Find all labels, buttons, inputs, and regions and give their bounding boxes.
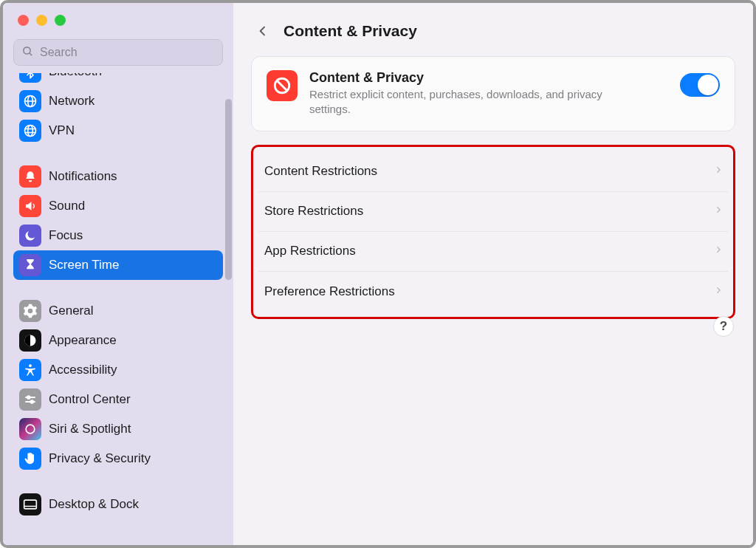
sidebar-item-label: Privacy & Security — [49, 451, 151, 466]
sidebar-item-vpn[interactable]: VPN — [13, 116, 223, 145]
search-container — [3, 26, 233, 73]
chevron-right-icon — [715, 244, 722, 258]
close-window-button[interactable] — [18, 15, 29, 26]
speaker-icon — [19, 195, 41, 217]
restrictions-list: Content Restrictions Store Restrictions … — [258, 152, 728, 312]
row-label: Preference Restrictions — [264, 284, 715, 299]
sidebar-item-label: General — [49, 304, 93, 318]
sidebar-item-label: Control Center — [49, 392, 131, 407]
accessibility-icon — [19, 359, 41, 381]
row-store-restrictions[interactable]: Store Restrictions — [258, 192, 728, 232]
sidebar-item-control-center[interactable]: Control Center — [13, 385, 223, 414]
sidebar-item-network[interactable]: Network — [13, 86, 223, 116]
sidebar-item-label: Bluetooth — [49, 73, 102, 79]
sidebar-item-label: Notifications — [49, 169, 117, 184]
svg-point-10 — [29, 364, 32, 367]
hourglass-icon — [19, 254, 41, 276]
content-privacy-summary-card: Content & Privacy Restrict explicit cont… — [251, 56, 735, 131]
bluetooth-icon — [19, 73, 41, 83]
sidebar-item-accessibility[interactable]: Accessibility — [13, 355, 223, 385]
search-input[interactable] — [40, 46, 215, 59]
settings-window: Bluetooth Network VPN — [0, 0, 756, 548]
main-pane: Content & Privacy Content & Privacy Rest… — [233, 3, 753, 545]
sidebar-item-label: Screen Time — [49, 258, 119, 273]
row-label: Content Restrictions — [264, 164, 715, 179]
chevron-right-icon — [715, 204, 722, 219]
restrictions-highlight-box: Content Restrictions Store Restrictions … — [251, 145, 735, 319]
svg-line-1 — [30, 52, 32, 55]
sidebar-item-label: Network — [49, 94, 94, 109]
siri-icon — [19, 418, 41, 440]
gear-icon — [19, 300, 41, 322]
sidebar: Bluetooth Network VPN — [3, 3, 233, 545]
page-title: Content & Privacy — [284, 22, 417, 40]
sidebar-scrollbar[interactable] — [225, 99, 232, 280]
svg-point-12 — [27, 396, 30, 399]
dock-icon — [19, 493, 41, 516]
sidebar-item-general[interactable]: General — [13, 296, 223, 326]
sidebar-item-sound[interactable]: Sound — [13, 191, 223, 221]
fullscreen-window-button[interactable] — [55, 15, 66, 26]
sidebar-divider — [13, 280, 223, 296]
row-app-restrictions[interactable]: App Restrictions — [258, 232, 728, 272]
chevron-left-icon — [257, 23, 269, 39]
svg-point-15 — [26, 425, 35, 434]
sidebar-item-label: Appearance — [49, 333, 117, 348]
sidebar-item-label: Focus — [49, 228, 83, 243]
content-privacy-toggle[interactable] — [680, 73, 720, 97]
sidebar-item-privacy-security[interactable]: Privacy & Security — [13, 444, 223, 473]
search-field[interactable] — [13, 39, 223, 66]
window-controls — [3, 3, 233, 26]
minimize-window-button[interactable] — [36, 15, 47, 26]
pane-header: Content & Privacy — [251, 3, 735, 56]
chevron-right-icon — [715, 284, 722, 299]
sidebar-item-label: Accessibility — [49, 363, 117, 377]
svg-line-19 — [278, 81, 287, 91]
row-preference-restrictions[interactable]: Preference Restrictions — [258, 272, 728, 312]
chevron-right-icon — [715, 164, 722, 179]
svg-point-0 — [24, 47, 30, 53]
sidebar-item-screen-time[interactable]: Screen Time — [13, 250, 223, 280]
sidebar-divider — [13, 473, 223, 490]
sidebar-item-siri-spotlight[interactable]: Siri & Spotlight — [13, 414, 223, 444]
feature-text: Content & Privacy Restrict explicit cont… — [309, 70, 680, 117]
search-icon — [21, 45, 34, 61]
sidebar-item-appearance[interactable]: Appearance — [13, 326, 223, 355]
sidebar-item-label: Desktop & Dock — [49, 497, 139, 512]
help-button[interactable]: ? — [713, 316, 734, 337]
sidebar-item-bluetooth[interactable]: Bluetooth — [13, 73, 223, 86]
hand-icon — [19, 448, 41, 470]
feature-description: Restrict explicit content, purchases, do… — [309, 87, 619, 117]
vpn-icon — [19, 120, 41, 142]
row-label: App Restrictions — [264, 244, 715, 258]
sidebar-item-label: Siri & Spotlight — [49, 422, 131, 436]
sidebar-item-label: Sound — [49, 199, 85, 213]
bell-icon — [19, 165, 41, 188]
globe-icon — [19, 90, 41, 112]
sidebar-item-notifications[interactable]: Notifications — [13, 162, 223, 191]
question-mark-icon: ? — [720, 319, 727, 334]
sidebar-item-desktop-dock[interactable]: Desktop & Dock — [13, 490, 223, 519]
svg-point-6 — [28, 126, 33, 137]
svg-point-5 — [25, 126, 36, 137]
feature-title: Content & Privacy — [309, 70, 680, 86]
svg-point-14 — [30, 400, 33, 403]
row-label: Store Restrictions — [264, 204, 715, 219]
appearance-icon — [19, 329, 41, 352]
sidebar-divider — [13, 145, 223, 162]
row-content-restrictions[interactable]: Content Restrictions — [258, 152, 728, 192]
sliders-icon — [19, 388, 41, 411]
sidebar-item-focus[interactable]: Focus — [13, 221, 223, 250]
back-button[interactable] — [251, 19, 275, 43]
sidebar-list: Bluetooth Network VPN — [3, 73, 233, 545]
moon-icon — [19, 225, 41, 247]
svg-rect-16 — [24, 500, 37, 509]
no-entry-icon — [267, 70, 298, 101]
sidebar-item-label: VPN — [49, 123, 75, 138]
toggle-knob — [698, 75, 718, 95]
